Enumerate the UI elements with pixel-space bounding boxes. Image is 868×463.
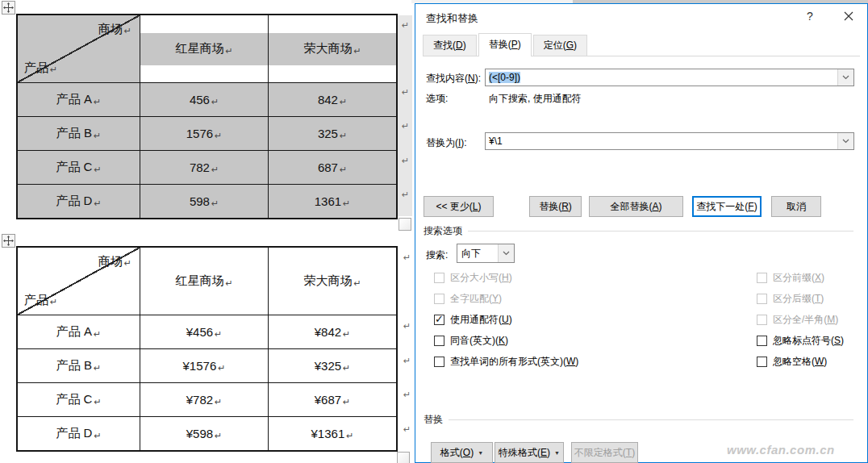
row-label[interactable]: 产品 B — [18, 348, 140, 382]
table-cell[interactable]: 1576 — [140, 116, 268, 150]
paragraph-mark — [400, 152, 411, 166]
row-label[interactable]: 产品 A — [18, 315, 140, 348]
find-next-button[interactable]: 查找下一处(F) — [692, 196, 762, 217]
tab-replace[interactable]: 替换(P) — [478, 33, 532, 56]
checkbox-box[interactable] — [434, 315, 444, 325]
table-cell[interactable]: ¥1361 — [268, 416, 396, 450]
checkbox-box — [434, 273, 444, 283]
row-label[interactable]: 产品 C — [18, 150, 140, 184]
options-label: 选项: — [426, 92, 448, 106]
table-cell[interactable]: 687 — [268, 150, 396, 184]
dialog-title: 查找和替换 — [426, 11, 478, 26]
screen: 商场 产品 红星商场 荣大商场 产品 A 456 842 产品 B 1576 3… — [0, 0, 868, 463]
tab-goto[interactable]: 定位(G) — [533, 35, 587, 56]
checkbox-match-suffix: 区分后缀(T) — [757, 292, 824, 306]
tab-find[interactable]: 查找(D) — [423, 35, 477, 56]
paragraph-mark — [402, 386, 413, 400]
find-what-value: (<[0-9]) — [489, 72, 520, 83]
table-cell[interactable]: 456 — [140, 82, 268, 116]
replace-group: 替换 — [424, 413, 853, 427]
move-arrows-icon — [3, 2, 14, 13]
paragraph-mark — [402, 248, 413, 263]
checkbox-ignore-punctuation[interactable]: 忽略标点符号(S) — [757, 334, 844, 348]
table-cell[interactable]: ¥842 — [268, 315, 396, 348]
cancel-button[interactable]: 取消 — [771, 196, 821, 217]
combo-dropdown-button[interactable] — [837, 133, 853, 149]
checkbox-box[interactable] — [757, 357, 767, 367]
table-cell[interactable]: 325 — [268, 116, 396, 150]
row-label[interactable]: 产品 D — [18, 184, 140, 218]
search-direction-label: 搜索: — [426, 248, 448, 262]
diagonal-header-cell[interactable]: 商场 产品 — [18, 248, 140, 315]
replace-button[interactable]: 替换(R) — [529, 196, 582, 217]
checkbox-word-forms[interactable]: 查找单词的所有形式(英文)(W) — [434, 355, 578, 369]
dropdown-caret-icon: ▼ — [554, 450, 560, 456]
chevron-down-icon — [842, 75, 849, 80]
row-label[interactable]: 产品 B — [18, 116, 140, 150]
diagonal-header-cell[interactable]: 商场 产品 — [18, 15, 140, 82]
table-original: 商场 产品 红星商场 荣大商场 产品 A 456 842 产品 B 1576 3… — [16, 14, 398, 219]
table-move-handle-icon[interactable] — [2, 1, 15, 15]
column-header[interactable]: 红星商场 — [140, 15, 268, 82]
row-label[interactable]: 产品 D — [18, 416, 140, 450]
row-label[interactable]: 产品 C — [18, 382, 140, 416]
options-value: 向下搜索, 使用通配符 — [489, 92, 582, 106]
checkbox-box[interactable] — [757, 336, 767, 346]
checkbox-match-prefix: 区分前缀(X) — [757, 271, 824, 285]
table-cell[interactable]: ¥325 — [268, 348, 396, 382]
table-cell[interactable]: ¥782 — [140, 382, 268, 416]
table-cell[interactable]: 598 — [140, 184, 268, 218]
tab-strip: 查找(D) 替换(P) 定位(G) — [423, 35, 860, 56]
column-header[interactable]: 红星商场 — [140, 248, 268, 315]
table-cell[interactable]: ¥687 — [268, 382, 396, 416]
search-options-group-label: 搜索选项 — [424, 224, 462, 238]
table-cell[interactable]: 1361 — [268, 184, 396, 218]
checkbox-sounds-like[interactable]: 同音(英文)(K) — [434, 334, 508, 348]
chevron-down-icon[interactable] — [498, 244, 514, 262]
column-header[interactable]: 荣大商场 — [268, 15, 396, 82]
checkbox-box — [757, 273, 767, 283]
table-cell[interactable]: 842 — [268, 82, 396, 116]
table-result: 商场 产品 红星商场 荣大商场 产品 A ¥456 ¥842 产品 B ¥157… — [16, 246, 398, 452]
table-cell[interactable]: ¥456 — [140, 315, 268, 348]
replace-group-label: 替换 — [424, 413, 443, 427]
table-resize-handle[interactable] — [399, 218, 411, 231]
watermark: www.cfan.com.cn — [727, 443, 835, 457]
move-arrows-icon — [3, 236, 14, 246]
format-menu-button[interactable]: 格式(O)▼ — [431, 442, 493, 463]
chevron-down-icon — [842, 139, 849, 144]
checkbox-box — [757, 315, 767, 325]
table-cell[interactable]: 782 — [140, 150, 268, 184]
checkbox-ignore-whitespace[interactable]: 忽略空格(W) — [757, 355, 827, 369]
table-cell[interactable]: ¥598 — [140, 416, 268, 450]
replace-all-button[interactable]: 全部替换(A) — [589, 196, 683, 217]
close-button[interactable] — [835, 4, 862, 28]
table-resize-handle[interactable] — [397, 452, 410, 463]
checkbox-fullwidth-halfwidth: 区分全/半角(M) — [757, 313, 838, 327]
special-menu-button[interactable]: 特殊格式(E)▼ — [495, 442, 564, 463]
search-direction-value: 向下 — [457, 244, 498, 262]
search-options-group: 搜索选项 — [424, 224, 853, 238]
checkbox-box[interactable] — [434, 357, 444, 367]
checkbox-box[interactable] — [434, 336, 444, 346]
combo-dropdown-button[interactable] — [837, 69, 853, 86]
find-what-label: 查找内容(N): — [426, 72, 481, 86]
replace-with-value: ¥\1 — [489, 136, 503, 147]
help-button[interactable]: ? — [796, 4, 824, 28]
row-label[interactable]: 产品 A — [18, 82, 140, 116]
corner-label-product: 产品 — [24, 60, 57, 76]
table-cell[interactable]: ¥1576 — [140, 348, 268, 382]
corner-label-market: 商场 — [98, 22, 131, 37]
replace-with-input[interactable]: ¥\1 — [485, 132, 854, 150]
paragraph-mark — [402, 352, 413, 366]
column-header[interactable]: 荣大商场 — [268, 248, 396, 315]
checkbox-use-wildcards[interactable]: 使用通配符(U) — [434, 313, 512, 327]
less-button[interactable]: << 更少(L) — [424, 196, 494, 217]
find-replace-dialog: 查找和替换 ? 查找(D) 替换(P) 定位(G) 查找内容(N): (<[0-… — [415, 3, 868, 463]
find-what-input[interactable]: (<[0-9]) — [485, 69, 854, 86]
table-move-handle-icon[interactable] — [2, 234, 15, 248]
checkbox-match-case: 区分大小写(H) — [434, 271, 512, 285]
search-direction-select[interactable]: 向下 — [457, 244, 515, 263]
corner-label-market: 商场 — [98, 254, 131, 269]
dropdown-caret-icon: ▼ — [478, 450, 483, 456]
